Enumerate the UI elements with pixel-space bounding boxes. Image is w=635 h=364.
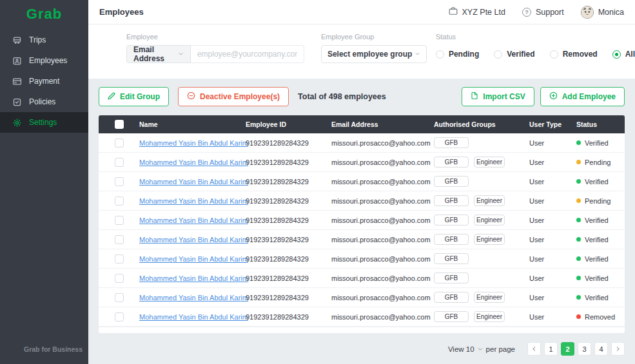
status-badge: Pending <box>576 158 625 166</box>
add-employee-button[interactable]: Add Employee <box>540 87 625 106</box>
col-status: Status <box>576 120 625 128</box>
user-type: User <box>529 313 576 321</box>
page-button-2[interactable]: 2 <box>561 342 574 356</box>
status-label: Pending <box>585 158 611 166</box>
row-checkbox[interactable] <box>115 254 124 263</box>
prev-page-button[interactable] <box>527 342 541 356</box>
company-menu[interactable]: XYZ Pte Ltd <box>449 6 505 17</box>
group-chip: GFB <box>434 234 469 245</box>
user-type: User <box>529 158 576 166</box>
file-icon <box>471 91 478 102</box>
row-checkbox[interactable] <box>115 196 124 206</box>
edit-group-button[interactable]: Edit Group <box>99 87 169 106</box>
status-dot-icon <box>576 237 581 242</box>
table-header: Name Employee ID Email Address Authorise… <box>99 115 625 133</box>
group-chip: Engineer <box>474 195 505 207</box>
badge-icon <box>12 56 22 66</box>
sidebar-item-policies[interactable]: Policies <box>0 91 88 112</box>
page-button-4[interactable]: 4 <box>594 342 608 356</box>
user-type: User <box>529 197 576 205</box>
employee-name-link[interactable]: Mohammed Yasin Bin Abdul Karim <box>139 236 248 244</box>
status-dot-icon <box>576 179 581 184</box>
employee-email: missouri.prosacco@yahoo.com <box>331 178 434 186</box>
authorised-groups: GFB <box>434 253 529 265</box>
total-employees-label: Total of 498 employees <box>298 92 386 101</box>
authorised-groups: GFBEngineer <box>434 157 529 168</box>
sidebar-item-label: Settings <box>29 118 57 127</box>
status-filter-label: Status <box>436 33 635 41</box>
table-row: Mohammed Yasin Bin Abdul Karim9192391289… <box>99 249 625 269</box>
employee-id: 9192391289284329 <box>246 216 331 224</box>
row-checkbox[interactable] <box>115 177 124 186</box>
radio-icon <box>494 50 502 59</box>
employee-email: missouri.prosacco@yahoo.com <box>331 158 434 166</box>
employee-search-input[interactable] <box>191 45 304 63</box>
employee-name-link[interactable]: Mohammed Yasin Bin Abdul Karim <box>139 158 248 166</box>
table-footer-strip <box>99 327 625 333</box>
status-radio-removed[interactable]: Removed <box>550 50 598 59</box>
bus-icon <box>12 35 22 45</box>
user-menu[interactable]: Monica <box>581 6 624 19</box>
page-button-1[interactable]: 1 <box>544 342 558 356</box>
minus-circle-icon <box>187 91 195 102</box>
support-label: Support <box>536 8 564 17</box>
status-dot-icon <box>576 276 581 280</box>
help-icon: ? <box>522 8 531 17</box>
filter-bar: Employee Email Address Employee Group Se… <box>88 24 635 79</box>
status-label: Verified <box>585 216 609 224</box>
authorised-groups: GFB <box>434 273 529 284</box>
sidebar-item-settings[interactable]: Settings <box>0 112 88 133</box>
row-checkbox[interactable] <box>115 235 124 244</box>
deactivate-employees-button[interactable]: Deactive Employee(s) <box>178 87 289 106</box>
status-label: Verified <box>585 274 609 282</box>
group-chip: Engineer <box>474 292 505 303</box>
group-chip: GFB <box>434 273 469 284</box>
next-page-button[interactable] <box>611 342 625 356</box>
view-count[interactable]: View 10 <box>448 345 474 353</box>
employee-name-link[interactable]: Mohammed Yasin Bin Abdul Karim <box>139 274 248 282</box>
authorised-groups: GFB <box>434 176 529 187</box>
table-body: Mohammed Yasin Bin Abdul Karim9192391289… <box>99 133 625 327</box>
plus-circle-icon <box>549 91 558 102</box>
company-icon <box>449 6 458 17</box>
search-field-selector[interactable]: Email Address <box>126 45 191 63</box>
page-button-3[interactable]: 3 <box>578 342 591 356</box>
employee-name-link[interactable]: Mohammed Yasin Bin Abdul Karim <box>139 294 248 302</box>
user-type: User <box>529 139 576 147</box>
per-page-control: View 10 per page <box>448 345 515 353</box>
select-all-checkbox[interactable] <box>115 120 124 129</box>
status-radio-pending[interactable]: Pending <box>436 50 479 59</box>
authorised-groups: GFBEngineer <box>434 292 529 303</box>
sidebar-item-employees[interactable]: Employees <box>0 50 88 71</box>
authorised-groups: GFBEngineer <box>434 215 529 226</box>
radio-label: Removed <box>563 50 598 59</box>
group-chip: GFB <box>434 311 469 323</box>
row-checkbox[interactable] <box>115 293 124 302</box>
employee-group-select[interactable]: Select employee group <box>321 45 427 63</box>
row-checkbox[interactable] <box>115 216 124 225</box>
row-checkbox[interactable] <box>115 274 124 283</box>
status-radio-all[interactable]: All <box>612 50 635 59</box>
row-checkbox[interactable] <box>115 139 124 148</box>
chevron-down-icon[interactable] <box>478 345 483 353</box>
employee-name-link[interactable]: Mohammed Yasin Bin Abdul Karim <box>139 216 248 224</box>
sidebar-item-payment[interactable]: Payment <box>0 71 88 91</box>
company-name: XYZ Pte Ltd <box>462 8 505 17</box>
employee-name-link[interactable]: Mohammed Yasin Bin Abdul Karim <box>139 178 248 186</box>
sidebar-item-trips[interactable]: Trips <box>0 30 88 50</box>
status-radio-verified[interactable]: Verified <box>494 50 534 59</box>
group-chip: GFB <box>434 176 469 187</box>
support-menu[interactable]: ? Support <box>522 8 564 17</box>
group-chip: GFB <box>434 157 469 168</box>
row-checkbox[interactable] <box>115 312 124 321</box>
employee-email: missouri.prosacco@yahoo.com <box>331 216 434 224</box>
employee-name-link[interactable]: Mohammed Yasin Bin Abdul Karim <box>139 313 248 321</box>
import-csv-button[interactable]: Import CSV <box>462 87 534 106</box>
employee-name-link[interactable]: Mohammed Yasin Bin Abdul Karim <box>139 197 248 205</box>
page-buttons: 1234 <box>544 342 608 356</box>
employee-name-link[interactable]: Mohammed Yasin Bin Abdul Karim <box>139 255 248 263</box>
table-row: Mohammed Yasin Bin Abdul Karim9192391289… <box>99 269 625 288</box>
row-checkbox[interactable] <box>115 158 124 167</box>
sidebar-nav: TripsEmployeesPaymentPoliciesSettings <box>0 30 88 133</box>
employee-name-link[interactable]: Mohammed Yasin Bin Abdul Karim <box>139 139 248 147</box>
